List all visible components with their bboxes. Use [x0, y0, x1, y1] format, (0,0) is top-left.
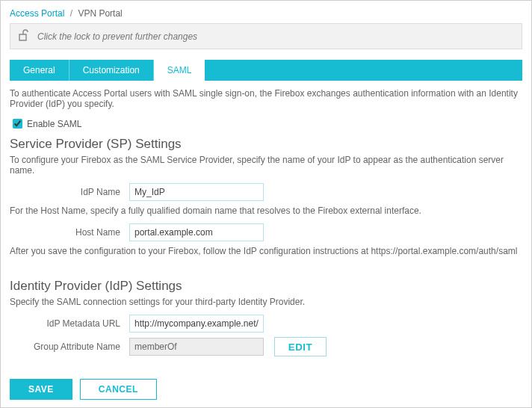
- sp-after-desc: After you save the configuration to your…: [10, 246, 522, 256]
- enable-saml-row: Enable SAML: [10, 117, 522, 131]
- idp-name-label: IdP Name: [10, 187, 129, 197]
- enable-saml-label: Enable SAML: [27, 119, 81, 129]
- host-desc: For the Host Name, specify a fully quali…: [10, 205, 522, 216]
- edit-button[interactable]: EDIT: [274, 337, 327, 356]
- tab-saml[interactable]: SAML: [154, 60, 205, 81]
- save-button[interactable]: SAVE: [10, 379, 72, 400]
- breadcrumb: Access Portal / VPN Portal: [10, 8, 522, 19]
- metadata-url-label: IdP Metadata URL: [10, 318, 129, 329]
- lock-bar-text: Click the lock to prevent further change…: [37, 31, 197, 42]
- metadata-url-input[interactable]: [129, 315, 264, 333]
- idp-heading: Identity Provider (IdP) Settings: [10, 279, 522, 294]
- breadcrumb-separator: /: [70, 8, 72, 19]
- lock-open-icon: [16, 28, 37, 44]
- group-attr-input: [129, 338, 264, 356]
- tab-bar: General Customization SAML: [10, 60, 522, 81]
- tab-customization[interactable]: Customization: [69, 60, 154, 81]
- enable-saml-checkbox[interactable]: [13, 119, 22, 129]
- breadcrumb-root[interactable]: Access Portal: [10, 8, 64, 19]
- idp-desc: Specify the SAML connection settings for…: [10, 297, 522, 307]
- cancel-button[interactable]: CANCEL: [80, 379, 157, 400]
- lock-bar[interactable]: Click the lock to prevent further change…: [10, 23, 522, 49]
- sp-heading: Service Provider (SP) Settings: [10, 137, 522, 152]
- host-name-label: Host Name: [10, 227, 129, 238]
- host-name-input[interactable]: [129, 223, 264, 241]
- breadcrumb-current: VPN Portal: [78, 8, 122, 19]
- idp-name-input[interactable]: [129, 183, 264, 201]
- intro-text: To authenticate Access Portal users with…: [10, 88, 522, 109]
- sp-desc: To configure your Firebox as the SAML Se…: [10, 155, 522, 176]
- tab-general[interactable]: General: [10, 60, 69, 81]
- group-attr-label: Group Attribute Name: [10, 341, 129, 352]
